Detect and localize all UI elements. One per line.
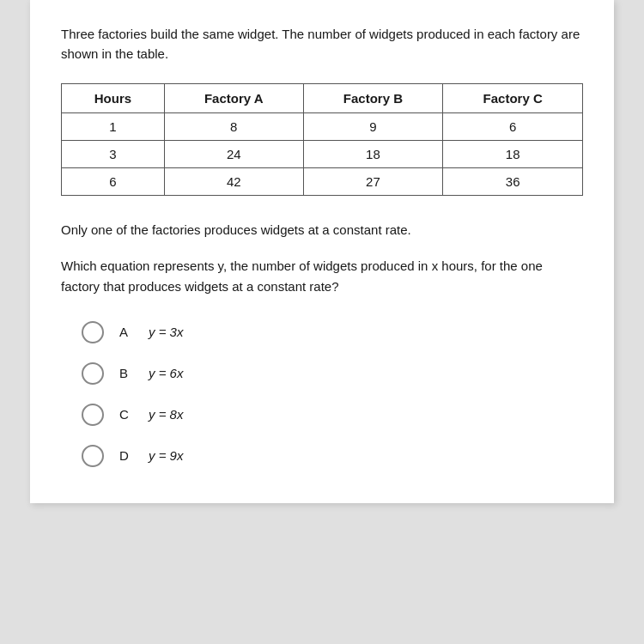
table-cell: 6 xyxy=(62,167,165,195)
table-header: Factory C xyxy=(443,83,583,112)
answer-equation: y = 8x xyxy=(149,407,183,422)
answer-letter: C xyxy=(119,407,133,422)
table-row: 1896 xyxy=(62,112,583,140)
table-header: Hours xyxy=(62,83,165,112)
table-cell: 8 xyxy=(164,112,303,140)
answer-item[interactable]: By = 6x xyxy=(82,357,583,390)
table-cell: 18 xyxy=(443,140,583,167)
table-row: 6422736 xyxy=(62,167,583,195)
answer-choices: Ay = 3xBy = 6xCy = 8xDy = 9x xyxy=(61,316,583,472)
data-table: HoursFactory AFactory BFactory C 1896324… xyxy=(61,83,583,196)
table-row: 3241818 xyxy=(62,140,583,167)
answer-equation: y = 3x xyxy=(149,325,183,339)
radio-button[interactable] xyxy=(82,362,104,385)
table-cell: 24 xyxy=(164,140,303,167)
table-cell: 42 xyxy=(164,167,303,195)
table-cell: 27 xyxy=(303,167,443,195)
question-text: Which equation represents y, the number … xyxy=(61,256,583,297)
answer-item[interactable]: Dy = 9x xyxy=(82,440,583,472)
table-cell: 18 xyxy=(303,140,443,167)
answer-item[interactable]: Cy = 8x xyxy=(82,398,583,431)
section-text: Only one of the factories produces widge… xyxy=(61,220,583,240)
table-cell: 36 xyxy=(443,167,583,195)
answer-equation: y = 6x xyxy=(149,366,183,380)
radio-button[interactable] xyxy=(82,321,104,343)
answer-letter: B xyxy=(119,366,133,380)
answer-equation: y = 9x xyxy=(149,448,183,463)
answer-letter: A xyxy=(119,325,133,339)
table-cell: 6 xyxy=(443,112,583,140)
table-header: Factory A xyxy=(164,83,303,112)
table-header: Factory B xyxy=(303,83,443,112)
page-container: Three factories build the same widget. T… xyxy=(30,0,614,503)
radio-button[interactable] xyxy=(82,445,104,467)
table-cell: 3 xyxy=(62,140,165,167)
intro-text: Three factories build the same widget. T… xyxy=(61,24,583,64)
radio-button[interactable] xyxy=(82,404,104,426)
answer-letter: D xyxy=(119,448,133,463)
answer-item[interactable]: Ay = 3x xyxy=(82,316,583,349)
table-cell: 9 xyxy=(303,112,443,140)
table-cell: 1 xyxy=(62,112,165,140)
